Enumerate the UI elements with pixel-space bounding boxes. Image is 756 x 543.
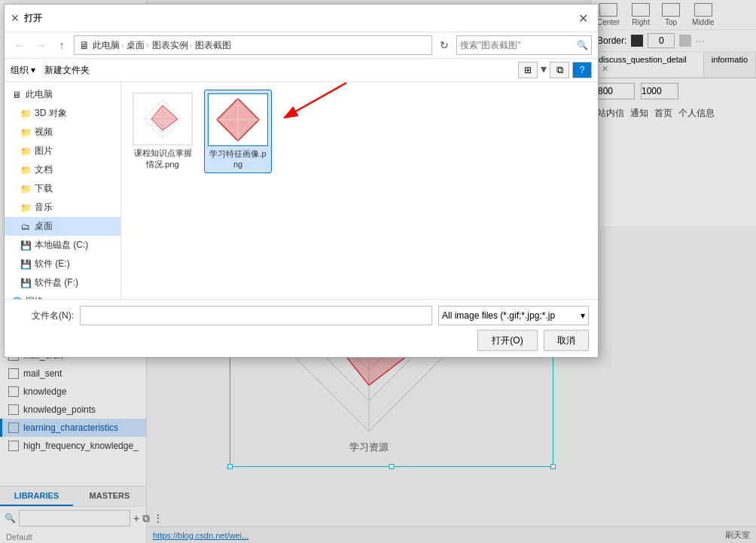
cancel-button[interactable]: 取消 (544, 330, 589, 351)
file-name-2: 学习特征画像.png (208, 148, 268, 169)
dialog-title-text: 打开 (24, 12, 574, 25)
filename-label: 文件名(N): (14, 310, 74, 322)
forward-button[interactable]: → (32, 36, 50, 54)
breadcrumb-this-pc[interactable]: 此电脑 › (93, 39, 123, 52)
view-chevron-icon[interactable]: ▾ (541, 62, 547, 78)
dropdown-chevron-icon: ▾ (581, 310, 585, 321)
folder-pictures-icon: 📁 (20, 145, 32, 157)
nav-item-downloads[interactable]: 📁 下载 (5, 179, 120, 198)
dialog-close-button[interactable]: ✕ (574, 9, 592, 27)
nav-item-video[interactable]: 📁 视频 (5, 123, 120, 142)
folder-music-icon: 📁 (20, 202, 32, 214)
drive-f-icon: 💾 (20, 277, 32, 289)
nav-item-soft-f[interactable]: 💾 软件盘 (F:) (5, 273, 120, 292)
folder-video-icon: 📁 (20, 127, 32, 139)
dialog-overlay: ✕ 打开 ✕ ← → ↑ 🖥 此电脑 › 桌面 › 图表实例 › (0, 0, 756, 543)
breadcrumb-sep-3: › (190, 41, 192, 50)
search-input[interactable] (460, 40, 577, 50)
secondary-toolbar: 组织 ▾ 新建文件夹 ⊞ ▾ ⧉ ? (5, 59, 598, 82)
dialog-titlebar: ✕ 打开 ✕ (5, 5, 598, 32)
dialog-title-icon: ✕ (11, 12, 20, 24)
file-name-1: 课程知识点掌握情况.png (132, 148, 194, 170)
dialog-toolbar: ← → ↑ 🖥 此电脑 › 桌面 › 图表实例 › 图表截图 (5, 32, 598, 59)
footer-buttons: 打开(O) 取消 (477, 330, 589, 351)
drive-e-icon: 💾 (20, 258, 32, 270)
filename-input[interactable] (80, 306, 432, 325)
filename-row: 文件名(N): All image files (*.gif;*.jpg;*.j… (14, 306, 589, 325)
dropdown-arrow-icon: ▾ (31, 65, 35, 75)
organize-button[interactable]: 组织 ▾ (11, 64, 35, 77)
file-item-1[interactable]: 课程知识点掌握情况.png (129, 90, 197, 173)
nav-item-local-c[interactable]: 💾 本地磁盘 (C:) (5, 236, 120, 255)
folder-desktop-icon: 🗂 (20, 221, 32, 233)
breadcrumb-sep-2: › (146, 41, 148, 50)
search-icon: 🔍 (577, 40, 588, 50)
refresh-button[interactable]: ↻ (435, 36, 453, 54)
dialog-nav: 🖥 此电脑 📁 3D 对象 📁 视频 📁 图片 (5, 82, 121, 299)
nav-item-desktop[interactable]: 🗂 桌面 (5, 217, 120, 236)
back-button[interactable]: ← (11, 36, 29, 54)
nav-item-music[interactable]: 📁 音乐 (5, 198, 120, 217)
folder-documents-icon: 📁 (20, 164, 32, 176)
dialog-footer: 文件名(N): All image files (*.gif;*.jpg;*.j… (5, 299, 598, 357)
breadcrumb-chart-example[interactable]: 图表实例 › (152, 39, 192, 52)
view-controls: ⊞ ▾ ⧉ ? (518, 62, 592, 78)
pane-toggle-button[interactable]: ⧉ (550, 62, 569, 78)
nav-section: 🖥 此电脑 📁 3D 对象 📁 视频 📁 图片 (5, 82, 120, 299)
svg-line-24 (286, 83, 346, 117)
folder-downloads-icon: 📁 (20, 183, 32, 195)
nav-item-pictures[interactable]: 📁 图片 (5, 142, 120, 160)
folder-3d-icon: 📁 (20, 108, 32, 120)
file-arrow-annotation (248, 82, 354, 138)
nav-item-this-pc[interactable]: 🖥 此电脑 (5, 85, 120, 104)
up-button[interactable]: ↑ (53, 36, 71, 54)
help-button[interactable]: ? (572, 62, 592, 78)
dialog-file-list: 课程知识点掌握情况.png (121, 82, 598, 299)
pc-icon: 🖥 (11, 89, 23, 101)
breadcrumb-chart-screenshot[interactable]: 图表截图 (195, 39, 231, 52)
breadcrumb-sep: › (121, 41, 123, 50)
nav-item-documents[interactable]: 📁 文档 (5, 160, 120, 179)
drive-c-icon: 💾 (20, 239, 32, 252)
nav-item-soft-e[interactable]: 💾 软件 (E:) (5, 255, 120, 273)
breadcrumb-desktop[interactable]: 桌面 › (127, 39, 148, 52)
file-open-dialog: ✕ 打开 ✕ ← → ↑ 🖥 此电脑 › 桌面 › 图表实例 › (4, 4, 599, 358)
footer-buttons-row: 打开(O) 取消 (14, 330, 589, 351)
breadcrumb-bar[interactable]: 🖥 此电脑 › 桌面 › 图表实例 › 图表截图 (74, 35, 432, 55)
open-button[interactable]: 打开(O) (477, 330, 538, 351)
nav-item-network[interactable]: 🌐 网络 (5, 292, 120, 299)
folder-icon-small: 🖥 (79, 39, 90, 51)
file-thumbnail-1 (133, 93, 193, 145)
nav-item-3d[interactable]: 📁 3D 对象 (5, 104, 120, 123)
dialog-body: 🖥 此电脑 📁 3D 对象 📁 视频 📁 图片 (5, 82, 598, 299)
search-box: 🔍 (456, 35, 592, 55)
filetype-select[interactable]: All image files (*.gif;*.jpg;*.jp ▾ (438, 306, 589, 325)
file-item-2[interactable]: 学习特征画像.png (204, 90, 272, 173)
new-folder-button[interactable]: 新建文件夹 (44, 64, 90, 77)
view-toggle-button[interactable]: ⊞ (518, 62, 538, 78)
